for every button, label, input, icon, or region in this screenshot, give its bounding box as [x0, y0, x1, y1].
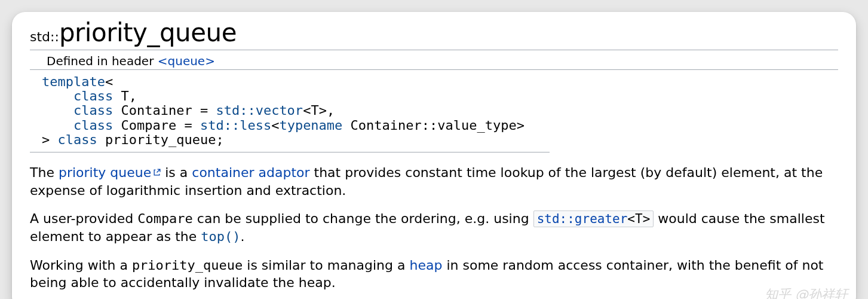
priority-queue-link[interactable]: priority queue — [59, 165, 151, 180]
compare-ident: Compare — [137, 211, 193, 226]
paragraph-2: A user-provided Compare can be supplied … — [30, 210, 838, 245]
heap-link[interactable]: heap — [410, 258, 443, 273]
defined-in-header: Defined in header <queue> — [30, 51, 838, 70]
title-namespace: std:: — [30, 29, 59, 44]
title-classname: priority_queue — [59, 18, 237, 47]
paragraph-1: The priority queue is a container adapto… — [30, 163, 838, 199]
std-greater-code: std::greater<T> — [533, 210, 654, 227]
defined-prefix: Defined in header — [47, 54, 158, 68]
container-adaptor-link[interactable]: container adaptor — [192, 165, 309, 180]
template-declaration: template< class T, class Container = std… — [30, 71, 550, 152]
page-title: std::priority_queue — [30, 18, 838, 50]
header-link[interactable]: <queue> — [158, 54, 215, 68]
paragraph-3: Working with a priority_queue is similar… — [30, 257, 838, 292]
external-link-icon — [153, 163, 161, 171]
doc-card: std::priority_queue Defined in header <q… — [12, 12, 856, 299]
pq-ident: priority_queue — [132, 258, 243, 273]
top-fn: top() — [201, 229, 240, 244]
std-greater-link[interactable]: std::greater — [537, 212, 628, 226]
